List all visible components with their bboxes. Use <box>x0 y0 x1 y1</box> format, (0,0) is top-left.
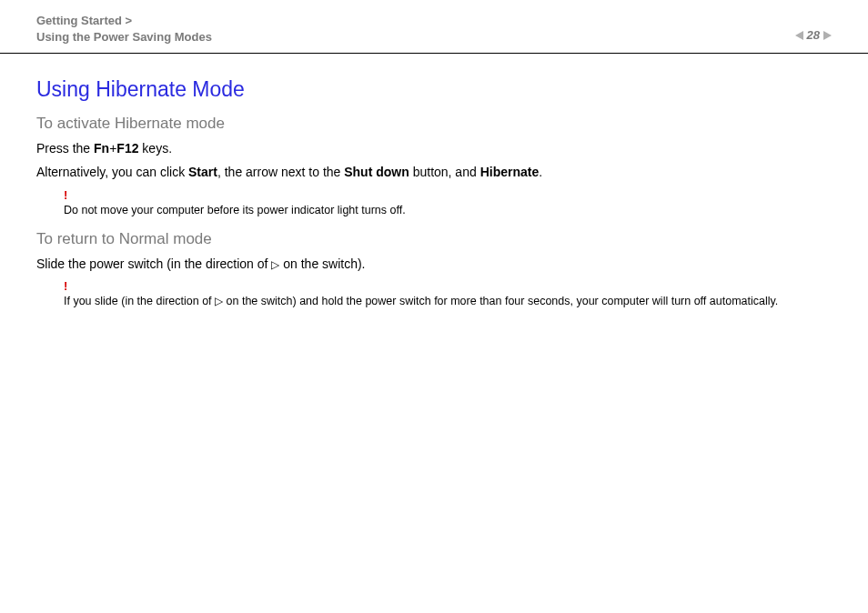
section-heading-return: To return to Normal mode <box>36 230 832 248</box>
content-area: Using Hibernate Mode To activate Hiberna… <box>0 54 868 309</box>
instruction-slide: Slide the power switch (in the direction… <box>36 256 832 274</box>
instruction-keys: Press the Fn+F12 keys. <box>36 140 832 158</box>
warning-return: ! If you slide (in the direction of ▷ on… <box>36 280 832 309</box>
warning-text: If you slide (in the direction of ▷ on t… <box>64 295 778 307</box>
breadcrumb-line-1: Getting Started > <box>36 13 212 29</box>
triangle-right-icon: ▷ <box>215 295 223 307</box>
page-title: Using Hibernate Mode <box>36 77 832 102</box>
warning-icon: ! <box>64 189 832 201</box>
prev-page-icon[interactable] <box>795 31 803 40</box>
triangle-right-icon: ▷ <box>271 258 279 271</box>
page-number: 28 <box>807 28 820 42</box>
breadcrumb-line-2: Using the Power Saving Modes <box>36 29 212 45</box>
warning-text: Do not move your computer before its pow… <box>64 204 406 216</box>
warning-icon: ! <box>64 280 832 292</box>
page-navigator: 28 <box>795 28 832 45</box>
section-heading-activate: To activate Hibernate mode <box>36 115 832 133</box>
next-page-icon[interactable] <box>823 31 832 40</box>
instruction-menu: Alternatively, you can click Start, the … <box>36 164 832 182</box>
warning-activate: ! Do not move your computer before its p… <box>36 189 832 217</box>
page-header: Getting Started > Using the Power Saving… <box>0 0 868 54</box>
breadcrumb: Getting Started > Using the Power Saving… <box>36 13 212 45</box>
